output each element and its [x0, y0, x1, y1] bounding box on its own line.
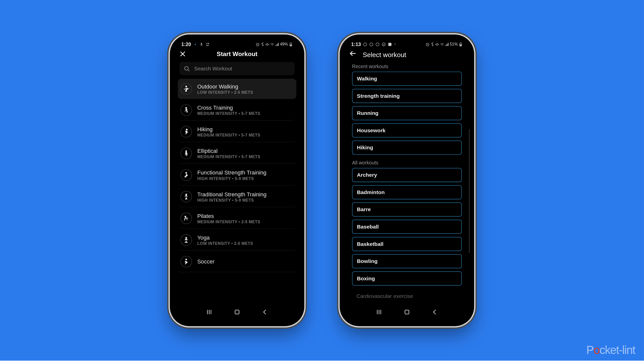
workout-icon [180, 234, 192, 246]
svg-point-13 [185, 216, 186, 217]
workout-sub: MEDIUM INTENSITY • 2-5 METS [197, 219, 260, 224]
workout-title: Elliptical [197, 148, 260, 154]
workout-chip[interactable]: Baseball [352, 220, 462, 234]
svg-point-15 [186, 259, 187, 260]
bluetooth-icon [261, 42, 265, 46]
svg-point-11 [186, 172, 187, 173]
svg-point-0 [195, 43, 196, 45]
more-dot-icon [394, 43, 396, 45]
recents-button[interactable] [206, 308, 213, 317]
alarm-icon [425, 42, 429, 46]
workout-chip[interactable]: Hiking [352, 141, 462, 155]
status-left: 1:20 [181, 41, 210, 47]
image-canvas: 1:20 49% Start Workout [0, 0, 644, 361]
workout-chip[interactable]: Boxing [352, 272, 462, 286]
watermark-rest: cket-lint [599, 343, 635, 357]
workout-text: Functional Strength TrainingHIGH INTENSI… [197, 169, 266, 180]
workout-chip[interactable]: Strength training [352, 89, 462, 103]
workout-item[interactable]: Traditional Strength TrainingHIGH INTENS… [178, 187, 296, 207]
status-bar: 1:13 51% [343, 38, 470, 48]
workout-item[interactable]: Outdoor WalkingLOW INTENSITY • 2-5 METS [178, 79, 296, 99]
wifi-icon [440, 42, 444, 46]
workout-chip[interactable]: Barre [352, 202, 462, 216]
svg-point-17 [364, 42, 367, 46]
svg-point-7 [185, 66, 188, 70]
svg-point-14 [186, 237, 187, 239]
workout-sub: HIGH INTENSITY • 5-9 METS [197, 198, 266, 202]
watermark-o: o [593, 343, 599, 357]
app-icon [382, 42, 386, 46]
search-input[interactable]: Search Workout [180, 62, 295, 75]
workout-item[interactable]: YogaLOW INTENSITY • 2-5 METS [178, 230, 296, 251]
workout-icon [180, 213, 192, 224]
app-icon [388, 42, 392, 46]
workout-icon [180, 126, 192, 138]
status-bar: 1:20 49% [173, 38, 301, 48]
workout-title: Pilates [197, 213, 260, 219]
svg-point-20 [382, 42, 385, 46]
svg-point-19 [376, 42, 379, 46]
svg-rect-27 [405, 310, 409, 314]
workout-icon [180, 191, 192, 203]
workout-icon [180, 83, 192, 95]
workout-title: Hiking [197, 126, 260, 132]
app-icon [376, 42, 380, 46]
clock: 1:13 [351, 41, 361, 47]
workout-item[interactable]: Functional Strength TrainingHIGH INTENSI… [178, 165, 296, 186]
workout-title: Soccer [197, 259, 214, 265]
workout-chip[interactable]: Walking [352, 72, 462, 86]
back-button[interactable] [431, 308, 438, 317]
workout-title: Cross Training [197, 105, 260, 111]
workout-chip[interactable]: Badminton [352, 185, 462, 199]
workout-text: EllipticalMEDIUM INTENSITY • 5-7 METS [197, 148, 260, 159]
workout-chip[interactable]: Housework [352, 123, 462, 138]
home-button[interactable] [403, 308, 410, 317]
section-recent: Recent workouts [343, 63, 470, 72]
status-right: 49% [256, 42, 293, 47]
signal-icon [445, 42, 449, 46]
workout-item[interactable]: PilatesMEDIUM INTENSITY • 2-5 METS [178, 208, 296, 229]
alarm-icon [256, 42, 260, 46]
workout-chip[interactable]: Archery [352, 168, 462, 182]
scrollbar[interactable] [469, 129, 470, 253]
workout-icon [180, 104, 192, 116]
status-left: 1:13 [351, 41, 396, 47]
svg-rect-5 [290, 44, 292, 46]
phone-left-screen: 1:20 49% Start Workout [173, 38, 301, 323]
workout-chip[interactable]: Bowling [352, 254, 462, 268]
workout-chip[interactable]: Running [352, 106, 462, 120]
workout-item[interactable]: EllipticalMEDIUM INTENSITY • 5-7 METS [178, 143, 296, 164]
workout-item[interactable]: Soccer [178, 251, 296, 272]
status-right: 51% [425, 42, 463, 47]
home-button[interactable] [233, 308, 240, 317]
workout-chip-cutoff[interactable]: Cardiovascular exercise [352, 291, 462, 301]
workout-sub: HIGH INTENSITY • 5-9 METS [197, 176, 266, 181]
workout-text: YogaLOW INTENSITY • 2-5 METS [197, 235, 253, 246]
workout-text: Cross TrainingMEDIUM INTENSITY • 5-7 MET… [197, 105, 260, 116]
android-nav [173, 306, 301, 320]
workout-icon [180, 169, 192, 181]
workout-list[interactable]: Outdoor WalkingLOW INTENSITY • 2-5 METSC… [173, 79, 301, 323]
svg-point-8 [186, 107, 187, 109]
recents-button[interactable] [376, 308, 383, 317]
workout-text: PilatesMEDIUM INTENSITY • 2-5 METS [197, 213, 260, 224]
workout-item[interactable]: HikingMEDIUM INTENSITY • 5-7 METS [178, 122, 296, 143]
workout-sub: MEDIUM INTENSITY • 5-7 METS [197, 111, 260, 116]
workout-scroll[interactable]: Recent workouts WalkingStrength training… [343, 63, 470, 323]
back-button[interactable] [261, 308, 268, 317]
workout-item[interactable]: Cross TrainingMEDIUM INTENSITY • 5-7 MET… [178, 100, 296, 121]
svg-point-10 [186, 151, 187, 152]
page-title: Start Workout [187, 50, 287, 57]
back-arrow-icon[interactable] [349, 50, 356, 58]
page-title: Select workout [363, 51, 406, 58]
svg-rect-26 [460, 42, 461, 43]
svg-point-9 [186, 129, 187, 130]
workout-chip[interactable]: Basketball [352, 237, 462, 251]
app-icon [363, 42, 367, 46]
battery-pct: 51% [450, 42, 458, 47]
workout-title: Outdoor Walking [197, 83, 253, 89]
wifi-icon [270, 42, 274, 46]
workout-text: HikingMEDIUM INTENSITY • 5-7 METS [197, 126, 260, 137]
svg-rect-16 [235, 310, 239, 314]
close-icon[interactable] [180, 51, 188, 57]
